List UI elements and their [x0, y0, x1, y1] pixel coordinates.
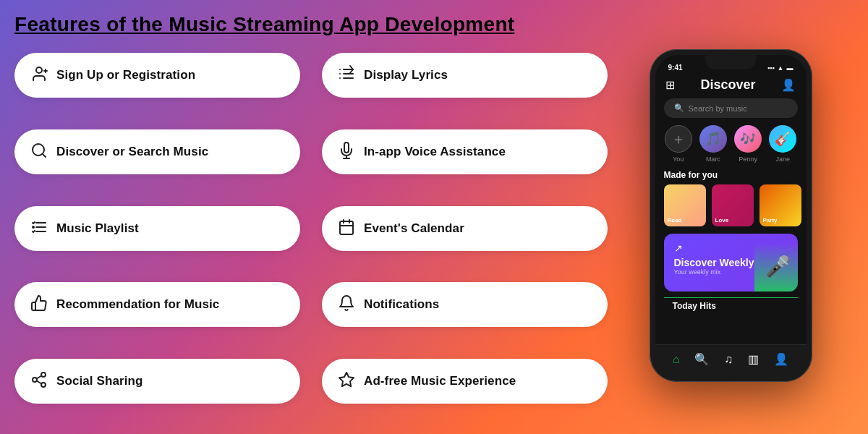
feature-notifications-label: Notifications [364, 297, 439, 312]
lyrics-icon [338, 65, 355, 85]
feature-voice[interactable]: In-app Voice Assistance [322, 129, 608, 174]
mc-love-label: Love [715, 217, 729, 224]
avatar-you-circle: ＋ [665, 125, 692, 153]
avatar-you[interactable]: ＋ You [665, 125, 692, 163]
recommendation-icon [30, 294, 48, 315]
page-title: Features of the Music Streaming App Deve… [14, 13, 854, 36]
nav-home-icon[interactable]: ⌂ [673, 353, 680, 366]
avatar-penny-name: Penny [739, 156, 757, 163]
avatars-row: ＋ You 🎵 Marc 🎶 Penny 🎸 [655, 125, 807, 170]
status-icons: ▪▪▪ ▲ ▬ [767, 64, 793, 72]
mc-road-label: Road [668, 217, 682, 224]
music-card-party[interactable]: Party [760, 184, 801, 226]
avatar-you-name: You [673, 156, 684, 163]
avatar-penny[interactable]: 🎶 Penny [734, 125, 762, 163]
feature-adfree-label: Ad-free Music Experience [364, 374, 516, 388]
phone-section: 9:41 ▪▪▪ ▲ ▬ ⊞ Discover 👤 [608, 49, 854, 427]
bottom-nav: ⌂ 🔍 ♫ ▥ 👤 [655, 344, 807, 376]
search-bar[interactable]: 🔍 Search by music [664, 98, 798, 118]
discover-weekly[interactable]: ↗ Discover Weekly Your weekly mix 🎤 [664, 234, 798, 292]
feature-playlist[interactable]: Music Playlist [14, 206, 300, 251]
feature-recommendation-label: Recommendation for Music [56, 297, 219, 312]
avatar-marc-name: Marc [706, 156, 720, 163]
music-card-love[interactable]: Love [712, 184, 754, 226]
feature-discover-label: Discover or Search Music [56, 145, 208, 159]
content-area: Sign Up or Registration Display Lyrics [14, 49, 854, 427]
avatar-marc[interactable]: 🎵 Marc [699, 125, 727, 163]
social-icon [30, 371, 48, 391]
profile-icon[interactable]: 👤 [781, 78, 796, 92]
avatar-jane-name: Jane [776, 156, 791, 163]
avatar-marc-circle: 🎵 [699, 125, 727, 153]
feature-voice-label: In-app Voice Assistance [364, 145, 506, 159]
feature-lyrics[interactable]: Display Lyrics [322, 53, 608, 98]
mc-party-label: Party [763, 217, 778, 224]
phone-notch [705, 55, 756, 69]
sign-up-icon [30, 65, 48, 85]
feature-notifications[interactable]: Notifications [322, 282, 608, 327]
svg-line-24 [37, 381, 42, 384]
feature-calendar-label: Event's Calendar [364, 221, 464, 236]
avatar-penny-circle: 🎶 [734, 125, 762, 153]
signal-icon: ▪▪▪ [767, 64, 775, 72]
feature-sign-up-label: Sign Up or Registration [56, 68, 195, 82]
time: 9:41 [668, 64, 683, 72]
calendar-icon [338, 218, 355, 239]
svg-line-10 [43, 153, 46, 156]
playlist-icon [30, 218, 48, 239]
svg-point-0 [36, 67, 42, 73]
music-card-road[interactable]: Road [664, 184, 706, 226]
nav-library-icon[interactable]: ▥ [748, 352, 759, 366]
phone-mockup: 9:41 ▪▪▪ ▲ ▬ ⊞ Discover 👤 [650, 49, 812, 382]
today-hits: Today Hits [664, 297, 798, 311]
discover-weekly-figure: 🎤 [754, 237, 798, 292]
feature-playlist-label: Music Playlist [56, 221, 139, 236]
svg-point-16 [33, 226, 34, 228]
svg-rect-17 [340, 221, 353, 234]
discover-icon [30, 142, 48, 162]
search-icon-phone: 🔍 [674, 103, 684, 113]
app-header: ⊞ Discover 👤 [655, 75, 807, 98]
nav-search-icon[interactable]: 🔍 [694, 352, 709, 366]
music-cards: Road Love Party [655, 184, 807, 234]
avatar-jane[interactable]: 🎸 Jane [769, 125, 796, 163]
feature-recommendation[interactable]: Recommendation for Music [14, 282, 300, 327]
made-for-you-label: Made for you [655, 170, 807, 184]
battery-icon: ▬ [787, 64, 793, 72]
feature-adfree[interactable]: Ad-free Music Experience [322, 359, 608, 404]
feature-calendar[interactable]: Event's Calendar [322, 206, 608, 251]
nav-profile-icon[interactable]: 👤 [774, 352, 788, 366]
svg-line-25 [37, 376, 42, 379]
nav-music-icon[interactable]: ♫ [724, 353, 733, 366]
svg-marker-26 [339, 373, 354, 386]
phone-screen: 9:41 ▪▪▪ ▲ ▬ ⊞ Discover 👤 [655, 55, 807, 376]
main-container: Features of the Music Streaming App Deve… [0, 0, 868, 434]
notifications-icon [338, 294, 355, 315]
grid-icon[interactable]: ⊞ [665, 78, 675, 92]
feature-sign-up[interactable]: Sign Up or Registration [14, 53, 300, 98]
wifi-icon: ▲ [778, 64, 784, 72]
avatar-jane-circle: 🎸 [769, 125, 796, 153]
features-grid: Sign Up or Registration Display Lyrics [14, 49, 608, 427]
voice-icon [338, 142, 355, 162]
feature-social[interactable]: Social Sharing [14, 359, 300, 404]
feature-social-label: Social Sharing [56, 374, 143, 388]
search-placeholder: Search by music [689, 104, 747, 113]
feature-discover[interactable]: Discover or Search Music [14, 129, 300, 174]
app-title: Discover [700, 77, 755, 93]
adfree-icon [338, 371, 355, 391]
feature-lyrics-label: Display Lyrics [364, 68, 448, 82]
